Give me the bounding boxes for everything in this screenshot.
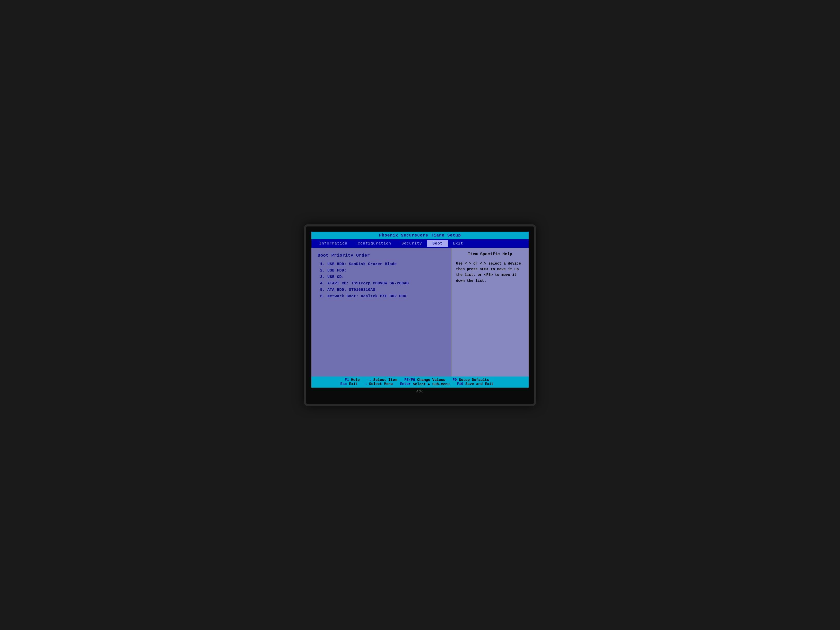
footer-desc: Save and Exit bbox=[465, 382, 493, 386]
footer-key: F10 bbox=[457, 382, 463, 386]
boot-item[interactable]: 5. ATA HDD: ST9160310AS bbox=[317, 288, 445, 292]
footer-key: ↑↓ bbox=[367, 378, 371, 382]
content-area: Boot Priority Order 1. USB HDD: SanDisk … bbox=[311, 248, 529, 376]
title-text: Phoenix SecureCore Tiano Setup bbox=[379, 233, 461, 238]
boot-item[interactable]: 1. USB HDD: SanDisk Cruzer Blade bbox=[317, 262, 445, 266]
nav-item-security[interactable]: Security bbox=[396, 240, 427, 247]
boot-item[interactable]: 2. USB FDD: bbox=[317, 268, 445, 273]
footer-desc: Setup Defaults bbox=[459, 378, 489, 382]
footer-desc: Change Values bbox=[417, 378, 445, 382]
footer-key: ↔ bbox=[365, 382, 367, 386]
left-panel: Boot Priority Order 1. USB HDD: SanDisk … bbox=[311, 248, 452, 376]
footer-desc: Select Item bbox=[373, 378, 397, 382]
footer-desc: Exit bbox=[349, 382, 358, 386]
boot-item[interactable]: 4. ATAPI CD: TSSTcorp CDDVDW SN-208AB bbox=[317, 281, 445, 286]
nav-item-exit[interactable]: Exit bbox=[448, 240, 468, 247]
footer-desc: Select ▶ Sub-Menu bbox=[413, 382, 450, 386]
footer-key: F9 bbox=[452, 378, 457, 382]
footer-section: F1Help↑↓Select ItemF5/F6Change ValuesF9S… bbox=[344, 378, 495, 382]
footer-key: Esc bbox=[341, 382, 347, 386]
title-bar: Phoenix SecureCore Tiano Setup bbox=[311, 232, 529, 239]
footer-desc: Select Menu bbox=[369, 382, 393, 386]
boot-item[interactable]: 3. USB CD: bbox=[317, 275, 445, 279]
footer-row: EscExit↔Select MenuEnterSelect ▶ Sub-Men… bbox=[341, 382, 500, 386]
bios-screen: Phoenix SecureCore Tiano Setup Informati… bbox=[311, 232, 529, 388]
footer-desc: Help bbox=[351, 378, 360, 382]
nav-bar: InformationConfigurationSecurityBootExit bbox=[311, 239, 529, 248]
footer-bar: F1Help↑↓Select ItemF5/F6Change ValuesF9S… bbox=[311, 376, 529, 388]
help-text: Use <↑> or <↓> select a device. then pre… bbox=[456, 261, 524, 284]
footer-section: EscExit↔Select MenuEnterSelect ▶ Sub-Men… bbox=[341, 382, 500, 386]
right-panel: Item Specific Help Use <↑> or <↓> select… bbox=[452, 248, 529, 376]
footer-key: F5/F6 bbox=[404, 378, 415, 382]
nav-item-configuration[interactable]: Configuration bbox=[352, 240, 396, 247]
monitor: Phoenix SecureCore Tiano Setup Informati… bbox=[304, 224, 536, 406]
boot-item[interactable]: 6. Network Boot: Realtek PXE B02 D00 bbox=[317, 294, 445, 298]
section-title: Boot Priority Order bbox=[317, 253, 445, 258]
monitor-brand: AOC bbox=[311, 390, 529, 393]
nav-item-boot[interactable]: Boot bbox=[427, 240, 448, 247]
help-title: Item Specific Help bbox=[456, 252, 524, 257]
footer-row: F1Help↑↓Select ItemF5/F6Change ValuesF9S… bbox=[344, 378, 495, 382]
footer-key: F1 bbox=[344, 378, 349, 382]
nav-item-information[interactable]: Information bbox=[314, 240, 352, 247]
footer-key: Enter bbox=[400, 382, 411, 386]
